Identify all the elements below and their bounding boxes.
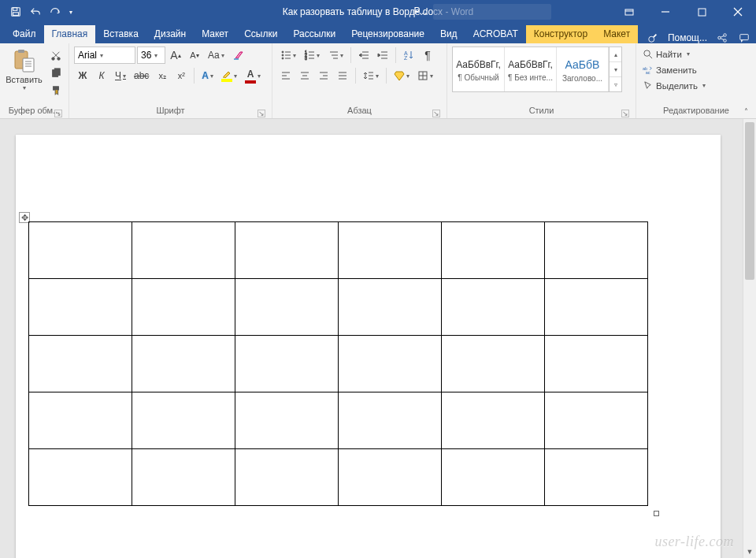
table-cell[interactable] bbox=[545, 392, 648, 449]
account-name[interactable]: P... bbox=[414, 6, 427, 17]
table-cell[interactable] bbox=[29, 392, 132, 449]
tab-mailings[interactable]: Рассылки bbox=[285, 25, 343, 43]
decrease-indent-button[interactable] bbox=[355, 46, 372, 64]
tab-design[interactable]: Дизайн bbox=[146, 25, 194, 43]
increase-indent-button[interactable] bbox=[374, 46, 391, 64]
table-cell[interactable] bbox=[235, 392, 339, 449]
font-launcher[interactable]: ↘ bbox=[258, 110, 265, 117]
tab-table-layout[interactable]: Макет bbox=[595, 25, 638, 43]
scroll-down-button[interactable]: ▼ bbox=[743, 545, 756, 558]
table-cell[interactable] bbox=[442, 449, 545, 506]
borders-button[interactable]: ▾ bbox=[414, 67, 436, 84]
strikethrough-button[interactable]: abc bbox=[131, 67, 152, 84]
table-cell[interactable] bbox=[29, 222, 132, 279]
copy-button[interactable] bbox=[48, 65, 64, 81]
table-cell[interactable] bbox=[235, 222, 339, 279]
bold-button[interactable]: Ж bbox=[74, 67, 91, 84]
table-cell[interactable] bbox=[545, 449, 648, 506]
save-button[interactable] bbox=[6, 2, 25, 21]
numbering-button[interactable]: 123▾ bbox=[301, 46, 323, 64]
table-cell[interactable] bbox=[545, 279, 648, 336]
align-center-button[interactable] bbox=[296, 67, 313, 84]
table-cell[interactable] bbox=[235, 279, 339, 336]
tab-review[interactable]: Рецензирование bbox=[343, 25, 432, 43]
subscript-button[interactable]: x₂ bbox=[154, 67, 171, 84]
page[interactable]: ✥ bbox=[16, 135, 721, 558]
table-cell[interactable] bbox=[339, 392, 442, 449]
undo-button[interactable] bbox=[26, 2, 45, 21]
style-normal[interactable]: АаБбВвГг,¶ Обычный bbox=[453, 47, 505, 91]
table-cell[interactable] bbox=[545, 336, 648, 392]
styles-launcher[interactable]: ↘ bbox=[621, 110, 629, 117]
text-effects-button[interactable]: A▾ bbox=[198, 67, 217, 84]
change-case-button[interactable]: Aa▾ bbox=[205, 46, 228, 64]
table-cell[interactable] bbox=[29, 279, 132, 336]
paste-dropdown[interactable]: ▾ bbox=[23, 84, 26, 91]
table-cell[interactable] bbox=[29, 449, 132, 506]
tell-me-icon[interactable] bbox=[646, 32, 660, 43]
account-area[interactable] bbox=[433, 2, 551, 21]
qat-customize-button[interactable]: ▾ bbox=[65, 2, 76, 21]
tab-file[interactable]: Файл bbox=[5, 25, 44, 43]
align-left-button[interactable] bbox=[277, 67, 295, 84]
clear-formatting-button[interactable] bbox=[229, 46, 248, 64]
table-cell[interactable] bbox=[339, 449, 442, 506]
styles-gallery-scroll[interactable]: ▴▾▿ bbox=[609, 47, 621, 91]
share-icon[interactable] bbox=[715, 32, 729, 43]
clipboard-launcher[interactable]: ↘ bbox=[54, 110, 62, 117]
scroll-thumb[interactable] bbox=[745, 122, 754, 280]
table-cell[interactable] bbox=[132, 449, 235, 506]
styles-gallery[interactable]: АаБбВвГг,¶ Обычный АаБбВвГг,¶ Без инте..… bbox=[452, 46, 622, 92]
decrease-font-button[interactable]: A▾ bbox=[186, 46, 203, 64]
table-cell[interactable] bbox=[339, 279, 442, 336]
table-cell[interactable] bbox=[132, 392, 235, 449]
table-cell[interactable] bbox=[339, 222, 442, 279]
paste-button[interactable]: Вставить ▾ bbox=[5, 46, 43, 102]
table-cell[interactable] bbox=[235, 336, 339, 392]
ribbon-display-button[interactable] bbox=[611, 0, 647, 24]
maximize-button[interactable] bbox=[684, 0, 720, 24]
superscript-button[interactable]: x² bbox=[172, 67, 190, 84]
show-marks-button[interactable]: ¶ bbox=[419, 46, 436, 64]
vertical-scrollbar[interactable]: ▲ ▼ bbox=[743, 119, 756, 558]
minimize-button[interactable] bbox=[647, 0, 684, 24]
table-cell[interactable] bbox=[545, 222, 648, 279]
increase-font-button[interactable]: A▴ bbox=[167, 46, 184, 64]
font-name-combo[interactable]: Arial▾ bbox=[74, 46, 135, 64]
cut-button[interactable] bbox=[48, 48, 64, 64]
style-no-spacing[interactable]: АаБбВвГг,¶ Без инте... bbox=[505, 47, 557, 91]
collapse-ribbon-button[interactable]: ˄ bbox=[739, 106, 753, 117]
sort-button[interactable]: AZ bbox=[400, 46, 417, 64]
table-cell[interactable] bbox=[442, 222, 545, 279]
table-cell[interactable] bbox=[132, 336, 235, 392]
align-right-button[interactable] bbox=[315, 67, 332, 84]
tab-references[interactable]: Ссылки bbox=[236, 25, 285, 43]
tab-home[interactable]: Главная bbox=[44, 25, 96, 43]
tab-layout[interactable]: Макет bbox=[194, 25, 236, 43]
italic-button[interactable]: К bbox=[93, 67, 110, 84]
font-size-combo[interactable]: 36▾ bbox=[137, 46, 165, 64]
shading-button[interactable]: ▾ bbox=[391, 67, 413, 84]
table-cell[interactable] bbox=[442, 336, 545, 392]
redo-button[interactable] bbox=[46, 2, 65, 21]
document-table[interactable] bbox=[28, 221, 648, 506]
style-heading1[interactable]: АаБбВЗаголово... bbox=[557, 47, 609, 91]
tab-insert[interactable]: Вставка bbox=[95, 25, 146, 43]
table-cell[interactable] bbox=[132, 222, 235, 279]
tab-table-design[interactable]: Конструктор bbox=[526, 25, 595, 43]
table-cell[interactable] bbox=[132, 279, 235, 336]
bullets-button[interactable]: ▾ bbox=[277, 46, 299, 64]
replace-button[interactable]: abacЗаменить bbox=[641, 62, 707, 77]
close-button[interactable] bbox=[720, 0, 756, 24]
table-cell[interactable] bbox=[442, 392, 545, 449]
highlight-button[interactable]: ▾ bbox=[218, 67, 240, 84]
table-cell[interactable] bbox=[339, 336, 442, 392]
multilevel-button[interactable]: ▾ bbox=[324, 46, 346, 64]
find-button[interactable]: Найти▾ bbox=[641, 46, 707, 61]
table-resize-handle[interactable] bbox=[654, 511, 659, 516]
select-button[interactable]: Выделить▾ bbox=[641, 78, 707, 93]
table-cell[interactable] bbox=[29, 336, 132, 392]
paragraph-launcher[interactable]: ↘ bbox=[432, 110, 440, 117]
table-cell[interactable] bbox=[442, 279, 545, 336]
comments-icon[interactable] bbox=[737, 32, 751, 43]
